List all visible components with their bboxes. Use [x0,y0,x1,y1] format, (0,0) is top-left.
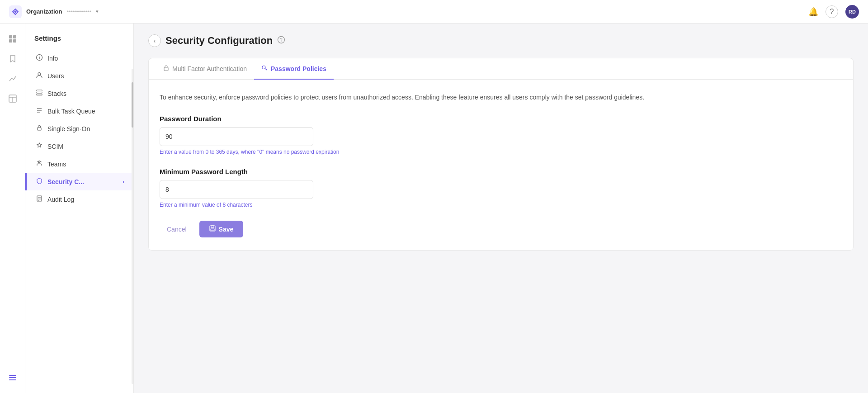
sso-icon [36,124,43,133]
rail-settings-icon[interactable] [5,369,21,386]
sidebar-label-stacks: Stacks [47,90,66,97]
sidebar-label-info: Info [47,55,58,62]
svg-rect-9 [9,377,16,378]
back-arrow-icon: ‹ [154,38,156,44]
org-dropdown-icon[interactable]: ▾ [96,9,99,14]
back-button[interactable]: ‹ [148,34,161,47]
user-avatar[interactable]: RD [845,5,859,19]
svg-rect-21 [38,128,41,130]
minimum-password-length-label: Minimum Password Length [160,168,842,175]
tab-mfa[interactable]: Multi Factor Authentication [156,58,254,80]
app-logo [9,5,22,18]
minimum-password-length-hint: Enter a minimum value of 8 characters [160,202,842,208]
icon-rail [0,24,25,393]
password-duration-input[interactable] [160,127,313,146]
password-policies-key-icon [261,65,268,72]
help-button[interactable]: ? [826,5,838,18]
tab-bar: Multi Factor Authentication Password Pol… [149,58,853,80]
sidebar-item-sso[interactable]: Single Sign-On [25,120,133,137]
scim-icon [36,142,43,151]
sidebar-item-stacks[interactable]: Stacks [25,85,133,102]
cancel-button[interactable]: Cancel [160,222,194,237]
card-body: To enhance security, enforce password po… [149,80,853,250]
svg-point-30 [262,66,265,69]
svg-rect-34 [211,226,214,227]
top-nav: Organization •••••••••••• ▾ 🔔 ? RD [0,0,868,24]
sidebar-item-users[interactable]: Users [25,67,133,85]
svg-rect-16 [37,92,42,94]
save-button[interactable]: Save [199,221,244,237]
rail-bookmark-icon[interactable] [5,51,21,67]
sidebar-label-scim: SCIM [47,143,63,150]
scrollbar-thumb[interactable] [132,82,133,128]
form-actions: Cancel Save [160,221,842,237]
sidebar-label-users: Users [47,72,64,80]
password-duration-label: Password Duration [160,115,842,123]
password-duration-group: Password Duration Enter a value from 0 t… [160,115,842,155]
svg-rect-5 [9,95,16,102]
security-card: Multi Factor Authentication Password Pol… [148,58,854,251]
tab-password-policies-label: Password Policies [271,65,326,72]
sidebar-label-sso: Single Sign-On [47,125,90,133]
sidebar-item-security[interactable]: Security C... › [25,173,133,190]
svg-point-13 [39,56,39,56]
sidebar-label-bulk-task-queue: Bulk Task Queue [47,108,95,115]
tab-mfa-label: Multi Factor Authentication [172,65,247,72]
main-content: ‹ Security Configuration ? Multi Factor … [134,24,868,393]
svg-rect-4 [13,39,16,43]
svg-rect-35 [211,229,214,231]
security-chevron-icon: › [123,179,124,185]
audit-log-icon [36,195,43,204]
page-help-icon[interactable]: ? [277,36,285,46]
sidebar-item-info[interactable]: Info [25,49,133,67]
minimum-password-length-input[interactable] [160,180,313,199]
svg-rect-17 [37,90,42,91]
svg-text:?: ? [280,38,283,43]
settings-title: Settings [25,34,133,49]
mfa-lock-icon [163,65,169,72]
nav-left: Organization •••••••••••• ▾ [9,5,99,18]
svg-rect-8 [9,375,16,376]
svg-rect-3 [9,39,12,43]
sidebar-item-audit-log[interactable]: Audit Log [25,190,133,208]
security-icon [36,177,43,186]
page-title: Security Configuration [165,35,273,47]
users-icon [36,71,43,80]
sidebar-item-teams[interactable]: Teams [25,155,133,173]
svg-rect-29 [164,67,168,71]
page-header: ‹ Security Configuration ? [148,34,854,47]
svg-rect-1 [9,35,12,38]
sidebar-label-security: Security C... [47,178,84,185]
nav-right: 🔔 ? RD [808,5,859,19]
org-name: •••••••••••• [66,8,91,15]
save-label: Save [219,226,234,233]
svg-rect-2 [13,35,16,38]
org-label: Organization [26,8,62,15]
teams-icon [36,160,43,168]
notifications-button[interactable]: 🔔 [808,7,818,17]
description-text: To enhance security, enforce password po… [160,92,842,102]
svg-rect-15 [37,94,42,95]
save-icon [209,225,216,233]
sidebar-item-scim[interactable]: SCIM [25,137,133,155]
minimum-password-length-group: Minimum Password Length Enter a minimum … [160,168,842,208]
rail-table-icon[interactable] [5,90,21,107]
rail-dashboard-icon[interactable] [5,31,21,47]
svg-point-14 [38,73,41,76]
stacks-icon [36,89,43,98]
app-layout: Settings Info Users Stacks Bulk Task Que… [0,24,868,393]
sidebar-label-teams: Teams [47,161,66,168]
settings-sidebar: Settings Info Users Stacks Bulk Task Que… [25,24,134,393]
info-icon [36,54,43,62]
bulk-task-icon [36,107,43,115]
scrollbar-track [132,69,133,384]
sidebar-item-bulk-task-queue[interactable]: Bulk Task Queue [25,102,133,120]
password-duration-hint: Enter a value from 0 to 365 days, where … [160,149,842,155]
rail-analytics-icon[interactable] [5,71,21,87]
tab-password-policies[interactable]: Password Policies [254,58,334,80]
svg-rect-10 [9,379,16,380]
sidebar-label-audit-log: Audit Log [47,196,74,203]
